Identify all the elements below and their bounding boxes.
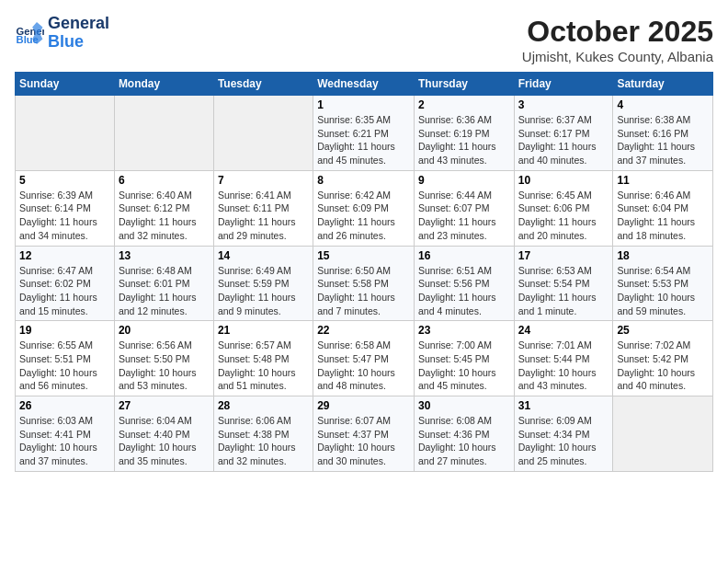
day-number: 24 [518, 324, 609, 337]
logo-blue: Blue [48, 33, 109, 52]
logo-text: General Blue [48, 15, 109, 52]
day-info: Sunrise: 6:09 AMSunset: 4:34 PMDaylight:… [518, 414, 609, 468]
day-info: Sunrise: 6:42 AMSunset: 6:09 PMDaylight:… [317, 189, 410, 243]
day-info: Sunrise: 6:06 AMSunset: 4:38 PMDaylight:… [218, 414, 309, 468]
calendar-cell: 30Sunrise: 6:08 AMSunset: 4:36 PMDayligh… [414, 396, 514, 472]
day-number: 18 [617, 249, 709, 262]
calendar-cell: 27Sunrise: 6:04 AMSunset: 4:40 PMDayligh… [114, 396, 213, 472]
day-info: Sunrise: 7:01 AMSunset: 5:44 PMDaylight:… [518, 339, 609, 393]
page-title: October 2025 [522, 15, 713, 49]
day-number: 20 [119, 324, 210, 337]
weekday-header-wednesday: Wednesday [313, 73, 415, 96]
calendar-cell: 14Sunrise: 6:49 AMSunset: 5:59 PMDayligh… [213, 246, 313, 321]
calendar-cell: 31Sunrise: 6:09 AMSunset: 4:34 PMDayligh… [514, 396, 613, 472]
calendar-cell: 1Sunrise: 6:35 AMSunset: 6:21 PMDaylight… [313, 96, 415, 171]
calendar-week-4: 19Sunrise: 6:55 AMSunset: 5:51 PMDayligh… [16, 321, 713, 396]
calendar-cell: 16Sunrise: 6:51 AMSunset: 5:56 PMDayligh… [414, 246, 514, 321]
day-number: 9 [418, 174, 510, 187]
day-info: Sunrise: 6:51 AMSunset: 5:56 PMDaylight:… [418, 264, 510, 318]
day-info: Sunrise: 6:48 AMSunset: 6:01 PMDaylight:… [119, 264, 210, 318]
calendar-week-1: 1Sunrise: 6:35 AMSunset: 6:21 PMDaylight… [16, 96, 713, 171]
weekday-header-monday: Monday [114, 73, 213, 96]
calendar-cell: 4Sunrise: 6:38 AMSunset: 6:16 PMDaylight… [613, 96, 713, 171]
weekday-header-thursday: Thursday [414, 73, 514, 96]
day-number: 2 [418, 98, 510, 111]
calendar-cell: 20Sunrise: 6:56 AMSunset: 5:50 PMDayligh… [114, 321, 213, 396]
day-number: 11 [617, 174, 709, 187]
day-info: Sunrise: 6:46 AMSunset: 6:04 PMDaylight:… [617, 189, 709, 243]
calendar-cell: 17Sunrise: 6:53 AMSunset: 5:54 PMDayligh… [514, 246, 613, 321]
day-number: 30 [418, 399, 510, 412]
day-info: Sunrise: 6:45 AMSunset: 6:06 PMDaylight:… [518, 189, 609, 243]
calendar-cell: 12Sunrise: 6:47 AMSunset: 6:02 PMDayligh… [16, 246, 115, 321]
weekday-header-saturday: Saturday [613, 73, 713, 96]
weekday-header-tuesday: Tuesday [213, 73, 313, 96]
calendar-cell: 5Sunrise: 6:39 AMSunset: 6:14 PMDaylight… [16, 170, 115, 246]
page-subtitle: Ujmisht, Kukes County, Albania [522, 49, 713, 64]
day-info: Sunrise: 6:04 AMSunset: 4:40 PMDaylight:… [119, 414, 210, 468]
day-number: 10 [518, 174, 609, 187]
calendar-cell: 9Sunrise: 6:44 AMSunset: 6:07 PMDaylight… [414, 170, 514, 246]
calendar-cell [613, 396, 713, 472]
day-number: 27 [119, 399, 210, 412]
day-number: 4 [617, 98, 709, 111]
day-info: Sunrise: 6:37 AMSunset: 6:17 PMDaylight:… [518, 113, 609, 167]
calendar-cell [213, 96, 313, 171]
calendar-cell: 23Sunrise: 7:00 AMSunset: 5:45 PMDayligh… [414, 321, 514, 396]
page-header: General Blue General Blue October 2025 U… [15, 15, 713, 64]
weekday-header-friday: Friday [514, 73, 613, 96]
day-number: 6 [119, 174, 210, 187]
calendar-cell: 18Sunrise: 6:54 AMSunset: 5:53 PMDayligh… [613, 246, 713, 321]
calendar-cell: 3Sunrise: 6:37 AMSunset: 6:17 PMDaylight… [514, 96, 613, 171]
day-info: Sunrise: 6:49 AMSunset: 5:59 PMDaylight:… [218, 264, 309, 318]
calendar-cell: 7Sunrise: 6:41 AMSunset: 6:11 PMDaylight… [213, 170, 313, 246]
day-number: 22 [317, 324, 410, 337]
day-number: 16 [418, 249, 510, 262]
weekday-row: SundayMondayTuesdayWednesdayThursdayFrid… [16, 73, 713, 96]
day-info: Sunrise: 6:41 AMSunset: 6:11 PMDaylight:… [218, 189, 309, 243]
calendar-week-3: 12Sunrise: 6:47 AMSunset: 6:02 PMDayligh… [16, 246, 713, 321]
calendar-cell: 26Sunrise: 6:03 AMSunset: 4:41 PMDayligh… [16, 396, 115, 472]
day-number: 23 [418, 324, 510, 337]
day-info: Sunrise: 6:53 AMSunset: 5:54 PMDaylight:… [518, 264, 609, 318]
day-info: Sunrise: 6:36 AMSunset: 6:19 PMDaylight:… [418, 113, 510, 167]
day-number: 5 [19, 174, 110, 187]
day-number: 13 [119, 249, 210, 262]
day-number: 25 [617, 324, 709, 337]
logo: General Blue General Blue [15, 15, 109, 52]
day-info: Sunrise: 6:56 AMSunset: 5:50 PMDaylight:… [119, 339, 210, 393]
calendar-cell: 21Sunrise: 6:57 AMSunset: 5:48 PMDayligh… [213, 321, 313, 396]
calendar-header: SundayMondayTuesdayWednesdayThursdayFrid… [16, 73, 713, 96]
calendar-cell: 19Sunrise: 6:55 AMSunset: 5:51 PMDayligh… [16, 321, 115, 396]
calendar-cell: 2Sunrise: 6:36 AMSunset: 6:19 PMDaylight… [414, 96, 514, 171]
calendar-week-2: 5Sunrise: 6:39 AMSunset: 6:14 PMDaylight… [16, 170, 713, 246]
day-info: Sunrise: 6:55 AMSunset: 5:51 PMDaylight:… [19, 339, 110, 393]
day-number: 7 [218, 174, 309, 187]
day-info: Sunrise: 6:39 AMSunset: 6:14 PMDaylight:… [19, 189, 110, 243]
day-info: Sunrise: 6:35 AMSunset: 6:21 PMDaylight:… [317, 113, 410, 167]
day-info: Sunrise: 7:02 AMSunset: 5:42 PMDaylight:… [617, 339, 709, 393]
day-number: 17 [518, 249, 609, 262]
calendar-cell: 6Sunrise: 6:40 AMSunset: 6:12 PMDaylight… [114, 170, 213, 246]
logo-general: General [48, 15, 109, 33]
calendar-cell: 11Sunrise: 6:46 AMSunset: 6:04 PMDayligh… [613, 170, 713, 246]
calendar-cell: 28Sunrise: 6:06 AMSunset: 4:38 PMDayligh… [213, 396, 313, 472]
day-info: Sunrise: 6:57 AMSunset: 5:48 PMDaylight:… [218, 339, 309, 393]
calendar-week-5: 26Sunrise: 6:03 AMSunset: 4:41 PMDayligh… [16, 396, 713, 472]
day-number: 15 [317, 249, 410, 262]
day-number: 31 [518, 399, 609, 412]
calendar-cell: 13Sunrise: 6:48 AMSunset: 6:01 PMDayligh… [114, 246, 213, 321]
day-info: Sunrise: 6:08 AMSunset: 4:36 PMDaylight:… [418, 414, 510, 468]
day-info: Sunrise: 6:03 AMSunset: 4:41 PMDaylight:… [19, 414, 110, 468]
weekday-header-sunday: Sunday [16, 73, 115, 96]
day-info: Sunrise: 6:58 AMSunset: 5:47 PMDaylight:… [317, 339, 410, 393]
day-info: Sunrise: 6:38 AMSunset: 6:16 PMDaylight:… [617, 113, 709, 167]
title-block: October 2025 Ujmisht, Kukes County, Alba… [522, 15, 713, 64]
day-number: 1 [317, 98, 410, 111]
day-number: 8 [317, 174, 410, 187]
day-info: Sunrise: 6:40 AMSunset: 6:12 PMDaylight:… [119, 189, 210, 243]
calendar-cell: 25Sunrise: 7:02 AMSunset: 5:42 PMDayligh… [613, 321, 713, 396]
calendar-cell: 8Sunrise: 6:42 AMSunset: 6:09 PMDaylight… [313, 170, 415, 246]
day-info: Sunrise: 6:50 AMSunset: 5:58 PMDaylight:… [317, 264, 410, 318]
calendar-cell [114, 96, 213, 171]
